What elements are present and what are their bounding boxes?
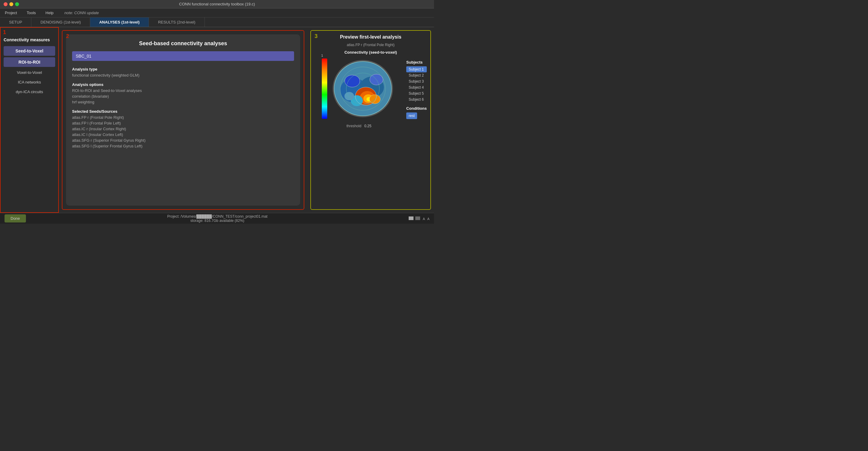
seed-1: atlas.FP l (Frontal Pole Left): [72, 121, 294, 125]
subjects-label: Subjects: [406, 60, 427, 65]
status-right-text: A A: [409, 217, 430, 221]
center-panel-number: 2: [66, 33, 69, 39]
storage-info: storage: 816.7Gb available (82%): [190, 219, 244, 223]
subject-2[interactable]: Subject 2: [406, 72, 427, 78]
seed-0: atlas.FP r (Frontal Pole Right): [72, 115, 294, 120]
minimize-button[interactable]: [9, 2, 13, 6]
conn-update-note: note: CONN update: [65, 10, 99, 15]
center-outer-border: 2 Seed-based connectivity analyses SBC_0…: [62, 30, 304, 210]
condition-rest[interactable]: rest: [406, 112, 417, 119]
analysis-type-label: Analysis type: [72, 67, 294, 71]
analysis-options-label: Analysis options: [72, 82, 294, 87]
titlebar: CONN functional connectivity toolbox (19…: [0, 0, 434, 8]
seed-to-voxel-button[interactable]: Seed-to-Voxel: [4, 46, 55, 56]
threshold-row: threshold 0.25: [315, 124, 403, 128]
subjects-section: Subjects Subject 1 Subject 2 Subject 3 S…: [406, 60, 427, 102]
tab-analyses[interactable]: ANALYSES (1st-level): [90, 18, 149, 27]
roi-to-roi-button[interactable]: ROI-to-ROI: [4, 57, 55, 67]
conditions-label: Conditions: [406, 106, 427, 110]
analysis-option-1: correlation (bivariate): [72, 94, 294, 99]
connectivity-measures-title: Connectivity measures: [4, 37, 55, 42]
subject-1[interactable]: Subject 1: [406, 66, 427, 72]
left-panel: 1 Connectivity measures Seed-to-Voxel RO…: [0, 27, 59, 213]
right-side-column: Subjects Subject 1 Subject 2 Subject 3 S…: [406, 57, 427, 128]
subject-3[interactable]: Subject 3: [406, 78, 427, 85]
threshold-value: 0.25: [364, 124, 371, 128]
menu-help[interactable]: Help: [44, 10, 56, 16]
seed-2: atlas.IC r (Insular Cortex Right): [72, 127, 294, 131]
brain-container: 1: [315, 57, 403, 120]
analysis-options-section: Analysis options ROI-to-ROI and Seed-to-…: [72, 82, 294, 104]
menu-project[interactable]: Project: [3, 10, 19, 16]
analysis-option-0: ROI-to-ROI and Seed-to-Voxel analyses: [72, 88, 294, 93]
seeds-label: Selected Seeds/Sources: [72, 109, 294, 114]
colorbar-top-label: 1: [321, 54, 323, 57]
threshold-label: threshold: [346, 124, 361, 128]
analysis-type-section: Analysis type functional connectivity (w…: [72, 67, 294, 77]
project-path: Project: /Volumes/██████/CONN_TEST/conn_…: [167, 214, 267, 219]
center-inner-box: Seed-based connectivity analyses SBC_01 …: [66, 34, 300, 205]
subject-5[interactable]: Subject 5: [406, 91, 427, 96]
seed-5: atlas.SFG l (Superior Frontal Gyrus Left…: [72, 144, 294, 148]
seed-4: atlas.SFG r (Superior Frontal Gyrus Righ…: [72, 138, 294, 142]
seed-3: atlas.IC l (Insular Cortex Left): [72, 132, 294, 137]
right-outer-border: 3 Preview first-level analysis atlas.FP …: [310, 30, 431, 210]
subject-4[interactable]: Subject 4: [406, 85, 427, 91]
analysis-type-value: functional connectivity (weighted GLM): [72, 73, 294, 77]
right-panel-number: 3: [315, 33, 318, 39]
tab-results[interactable]: RESULTS (2nd-level): [149, 18, 205, 27]
main-content: 1 Connectivity measures Seed-to-Voxel RO…: [0, 27, 434, 213]
left-panel-number: 1: [3, 29, 6, 36]
connectivity-section-label: Connectivity (seed-to-voxel): [315, 50, 427, 55]
brain-svg: [330, 57, 396, 120]
ica-networks-button[interactable]: ICA networks: [4, 78, 55, 86]
dyn-ica-circuits-button[interactable]: dyn-ICA circuits: [4, 88, 55, 96]
conditions-section: Conditions rest: [406, 106, 427, 119]
tab-setup[interactable]: SETUP: [0, 18, 31, 27]
colorbar: [322, 59, 327, 119]
right-panel: 3 Preview first-level analysis atlas.FP …: [307, 27, 434, 213]
traffic-lights: [4, 2, 19, 6]
close-button[interactable]: [4, 2, 7, 6]
nav-tabs: SETUP DENOISING (1st-level) ANALYSES (1s…: [0, 18, 434, 27]
colorbar-container: 1: [322, 59, 327, 119]
statusbar: Done Project: /Volumes/██████/CONN_TEST/…: [0, 213, 434, 224]
analysis-option-2: hrf weighting: [72, 100, 294, 104]
svg-point-12: [344, 92, 354, 100]
menubar: Project Tools Help note: CONN update: [0, 8, 434, 18]
menu-tools[interactable]: Tools: [25, 10, 37, 16]
center-heading: Seed-based connectivity analyses: [72, 40, 294, 47]
tab-denoising[interactable]: DENOISING (1st-level): [31, 18, 90, 27]
brain-visualization-area: 1: [315, 57, 403, 128]
status-project-text: Project: /Volumes/██████/CONN_TEST/conn_…: [26, 214, 409, 223]
right-heading: Preview first-level analysis: [315, 34, 427, 40]
window-title: CONN functional connectivity toolbox (19…: [179, 2, 255, 6]
voxel-to-voxel-button[interactable]: Voxel-to-Voxel: [4, 68, 55, 76]
done-button[interactable]: Done: [4, 214, 26, 223]
seeds-section: Selected Seeds/Sources atlas.FP r (Front…: [72, 109, 294, 148]
maximize-button[interactable]: [15, 2, 19, 6]
sbc-label[interactable]: SBC_01: [72, 51, 294, 61]
subject-6[interactable]: Subject 6: [406, 96, 427, 102]
atlas-label: atlas.FP r (Frontal Pole Right): [315, 43, 427, 47]
center-panel: 2 Seed-based connectivity analyses SBC_0…: [59, 27, 307, 213]
